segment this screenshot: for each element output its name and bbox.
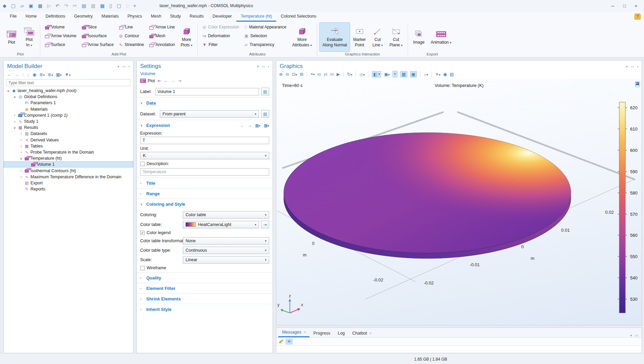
scene-camera-icon[interactable]: ▶: [337, 72, 340, 77]
color-table-type-select[interactable]: Continuous ▾: [183, 247, 269, 254]
tab-colored-selections[interactable]: Colored Selections: [276, 12, 321, 22]
tree-item-derived-values[interactable]: › ≡ Derived Values: [4, 137, 133, 143]
help-icon[interactable]: ?: [635, 14, 641, 20]
tab-chatbot[interactable]: Chatbot ×: [348, 329, 375, 337]
show-color-legend-toggle[interactable]: ▣: [410, 71, 417, 77]
tree-item-max-temperature-difference[interactable]: › ∿ Maximum Temperature Difference in th…: [4, 174, 133, 180]
color-legend-checkbox[interactable]: ✓: [140, 231, 145, 235]
plot-first-icon[interactable]: ⇤: [158, 78, 161, 83]
add-line-button[interactable]: Line: [116, 23, 147, 31]
panel-float-icon[interactable]: ▭: [631, 65, 634, 68]
close-button[interactable]: ×: [635, 3, 637, 8]
tree-item-study1[interactable]: › ∿ Study 1: [4, 118, 133, 124]
new-file-icon[interactable]: ▢: [11, 3, 16, 8]
section-inherit-style[interactable]: › Inherit Style: [137, 304, 273, 314]
dataset-select[interactable]: From parent ▾: [160, 110, 259, 118]
clear-messages-icon[interactable]: [279, 339, 283, 344]
tree-item-tables[interactable]: › ▦ Tables: [4, 143, 133, 149]
zoom-extents-icon[interactable]: ⊞: [300, 72, 303, 77]
tree-filter-icon[interactable]: ▼▾: [65, 72, 70, 77]
zoom-in-icon[interactable]: ⊕: [279, 72, 283, 77]
add-arrow-surface-button[interactable]: Arrow Surface: [79, 40, 116, 49]
panel-menu-icon[interactable]: ▾: [117, 65, 119, 68]
section-quality[interactable]: › Quality: [137, 272, 273, 283]
select-mode-toggle[interactable]: ◧▾: [372, 71, 381, 77]
transparency-button[interactable]: ▱Transparency: [242, 40, 289, 49]
scene-settings-icon[interactable]: ◎▾: [359, 72, 365, 77]
view-xz-button[interactable]: xz: [330, 72, 334, 76]
export-animation-button[interactable]: Animation ▾: [428, 22, 454, 52]
filter-input[interactable]: [6, 79, 130, 86]
add-arrow-volume-button[interactable]: Arrow Volume: [42, 31, 79, 40]
tree-item-datasets[interactable]: › ▦ Datasets: [4, 131, 133, 137]
expand-tree-icon[interactable]: ≣▾: [39, 72, 44, 77]
chevron-right-icon[interactable]: ›: [19, 169, 24, 173]
chevron-right-icon[interactable]: ›: [19, 175, 24, 179]
panel-menu-icon[interactable]: ▾: [626, 65, 628, 68]
select-box-icon[interactable]: ▢: [117, 3, 121, 8]
cut-plane-button[interactable]: Cut Plane ▾: [386, 22, 406, 52]
tree-item-probe-temperature[interactable]: › ∿ Probe Temperature in the Domain: [4, 149, 133, 155]
panel-pin-icon[interactable]: ▪: [268, 65, 269, 68]
tab-study[interactable]: Study: [166, 12, 185, 22]
tab-log[interactable]: Log: [334, 329, 348, 337]
undo-icon[interactable]: ↶: [56, 3, 60, 8]
chevron-down-icon[interactable]: ∨: [12, 95, 17, 99]
add-streamline-button[interactable]: ∿Streamline: [116, 40, 147, 49]
unit-select[interactable]: K ▾: [140, 152, 269, 159]
expression-input[interactable]: [140, 137, 269, 144]
color-table-transformation-select[interactable]: None ▾: [183, 237, 269, 245]
marker-point-button[interactable]: Marker Point: [350, 22, 369, 52]
add-volume-button[interactable]: Volume: [42, 23, 79, 31]
section-range[interactable]: › Range: [137, 188, 273, 199]
add-mesh-button[interactable]: Mesh: [147, 31, 177, 40]
show-icon[interactable]: ◉: [33, 72, 36, 77]
maximize-button[interactable]: □: [623, 3, 626, 8]
tab-geometry[interactable]: Geometry: [70, 12, 97, 22]
save-icon[interactable]: ▣: [29, 3, 33, 8]
panel-menu-icon[interactable]: ▾: [257, 65, 259, 68]
zoom-out-icon[interactable]: ⊖: [285, 72, 289, 77]
plot-button[interactable]: Plot: [3, 22, 20, 52]
coloring-select[interactable]: Color table ▾: [183, 211, 269, 219]
snapshot-settings-icon[interactable]: ✳▾: [435, 72, 440, 77]
open-file-icon[interactable]: ▱: [20, 3, 24, 8]
duplicate-icon[interactable]: ▦: [100, 3, 105, 8]
more-attributes-button[interactable]: More Attributes ▾: [289, 22, 315, 52]
show-grid-toggle[interactable]: ▦: [400, 71, 407, 77]
cut-line-button[interactable]: Cut Line ▾: [369, 22, 386, 52]
tree-item-export[interactable]: ▤ Export: [4, 180, 133, 186]
panel-pin-icon[interactable]: ▪: [637, 65, 638, 68]
qat-menu-icon[interactable]: ▾: [133, 3, 136, 8]
section-data[interactable]: ∨ Data: [137, 97, 273, 108]
tab-physics[interactable]: Physics: [123, 12, 146, 22]
chevron-right-icon[interactable]: ›: [19, 138, 24, 142]
description-checkbox[interactable]: [140, 162, 145, 166]
scale-select[interactable]: Linear ▾: [183, 256, 269, 264]
section-expression[interactable]: ∨ Expression ← → ▦▾ ▦▾: [137, 120, 273, 130]
description-input[interactable]: [140, 168, 269, 176]
close-icon[interactable]: ×: [369, 331, 371, 335]
add-contour-button[interactable]: ◎Contour: [116, 31, 147, 40]
add-arrow-line-button[interactable]: Arrow Line: [147, 23, 177, 31]
delete-icon[interactable]: ▯: [109, 3, 112, 8]
copy-icon[interactable]: ▤: [82, 3, 86, 8]
chevron-down-icon[interactable]: ∨: [12, 126, 17, 130]
replace-expression-icon[interactable]: ▦▾: [264, 123, 269, 128]
tree-item-isothermal-contours[interactable]: › Isothermal Contours (ht): [4, 167, 133, 174]
tab-definitions[interactable]: Definitions: [41, 12, 70, 22]
section-coloring-and-style[interactable]: ∨ Coloring and Style: [137, 199, 273, 209]
show-axes-toggle[interactable]: ⌖: [392, 71, 398, 77]
save-as-icon[interactable]: ▦: [38, 3, 42, 8]
tab-mesh[interactable]: Mesh: [147, 12, 166, 22]
chevron-right-icon[interactable]: ›: [12, 113, 17, 117]
view-cube-icon[interactable]: ▣▾: [384, 72, 390, 77]
selection-button[interactable]: ▣Selection: [242, 31, 289, 40]
tree-item-global-definitions[interactable]: ∨ ◎ Global Definitions: [4, 94, 133, 100]
tree-item-reports[interactable]: ✎ Reports: [4, 186, 133, 192]
section-title[interactable]: › Title: [137, 178, 273, 188]
tree-item-volume1[interactable]: Volume 1: [4, 161, 133, 167]
deformation-button[interactable]: ↝Deformation: [200, 31, 242, 40]
tree-item-results[interactable]: ∨ ▦ Results: [4, 124, 133, 131]
chevron-right-icon[interactable]: ›: [19, 132, 24, 136]
